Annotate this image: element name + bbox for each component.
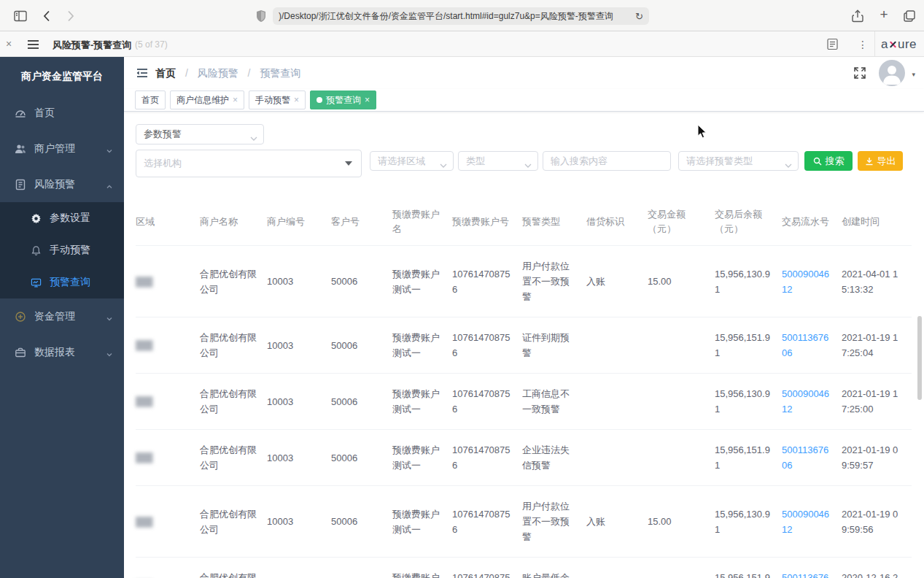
cell-balance: 15,956,130.91 [715,246,782,317]
breadcrumb-warning-query[interactable]: 预警查询 [260,67,300,79]
sidebar-item-label: 数据报表 [34,346,75,359]
tag-close-icon[interactable]: × [294,95,299,105]
sidebar-item-parameter-settings[interactable]: 参数设置 [0,202,124,234]
back-icon[interactable] [40,9,55,23]
cell-serial-no[interactable]: 50011367606 [782,430,842,486]
type-select[interactable]: 类型 [458,151,538,171]
table-row: ███合肥优创有限公司1000350006预缴费账户测试一10761470875… [136,374,912,430]
sidebar-item-risk-warning[interactable]: 风险预警 [0,166,124,202]
serial-no-link[interactable]: 50009004612 [782,509,829,535]
tag-manual-warning[interactable]: 手动预警 × [249,90,306,109]
sidebar-item-label: 资金管理 [34,310,75,323]
cell-prepay-account-name: 预缴费账户测试一 [392,374,452,430]
cell-debit-flag [586,430,648,486]
fullscreen-icon[interactable] [853,66,866,80]
cell-region: ███ [136,374,200,430]
cell-customer-no: 50006 [331,317,392,374]
chevron-down-icon [785,159,792,163]
cell-region: ███ [136,430,200,486]
coin-icon [15,311,26,323]
cell-prepay-account-name: 预缴费账户测试一 [392,317,452,374]
bell-icon [31,245,42,256]
search-input[interactable] [551,155,653,166]
serial-no-link[interactable]: 50011367606 [782,332,828,358]
forward-icon[interactable] [63,9,77,23]
notes-panel-icon[interactable] [826,38,839,50]
breadcrumb: 首页 / 风险预警 / 预警查询 [155,67,300,80]
gear-icon [31,213,42,224]
sidebar-item-manual-warning[interactable]: 手动预警 [0,234,124,266]
serial-no-link[interactable]: 50009004612 [782,388,829,415]
sidebar-item-reports[interactable]: 数据报表 [0,334,124,370]
breadcrumb-risk-warning[interactable]: 风险预警 [198,67,238,79]
sidebar-item-funds[interactable]: 资金管理 [0,298,124,334]
sidebar-item-label: 商户管理 [34,142,75,155]
document-icon [15,179,26,190]
tag-warning-query[interactable]: 预警查询 × [310,90,376,109]
sidebar-collapse-icon[interactable] [136,66,149,80]
cell-serial-no[interactable]: 50011367606 [782,558,842,578]
cell-serial-no[interactable]: 50009004612 [782,246,842,317]
axure-page-counter: (5 of 37) [135,39,168,50]
cell-created-at: 2021-01-19 17:25:00 [842,374,912,430]
sidebar-item-label: 参数设置 [50,212,90,225]
briefcase-icon [15,347,26,358]
chevron-down-icon [106,313,113,320]
region-redacted-text: ███ [136,452,152,463]
warning-mode-select[interactable]: 参数预警 [136,124,264,144]
avatar-caret-icon[interactable]: ▾ [912,71,915,78]
serial-no-link[interactable]: 50009004612 [782,269,829,295]
organization-select[interactable]: 选择机构 [136,150,362,177]
tag-close-icon[interactable]: × [365,95,370,105]
tag-close-icon[interactable]: × [233,95,238,105]
caret-down-icon [345,161,352,166]
avatar[interactable] [879,60,905,86]
close-icon[interactable]: × [6,38,12,50]
cell-serial-no[interactable]: 50009004612 [782,374,842,430]
browser-sidebar-icon[interactable] [13,9,28,23]
sidebar-item-label: 手动预警 [50,244,90,257]
sidebar-item-merchants[interactable]: 商户管理 [0,131,124,166]
new-tab-icon[interactable]: + [877,7,891,21]
cell-warning-type: 账户最低余额预警 [522,558,586,578]
reload-icon[interactable]: ↻ [635,11,643,22]
cell-amount: 15.00 [648,486,715,558]
serial-no-link[interactable]: 50011367606 [782,572,828,578]
chevron-down-icon [524,159,532,163]
tag-home[interactable]: 首页 [135,90,166,109]
chevron-down-icon [106,145,113,153]
tabs-overview-icon[interactable] [902,9,917,23]
col-serial-no: 交易流水号 [782,199,842,246]
breadcrumb-home[interactable]: 首页 [155,67,176,79]
cell-merchant-name: 合肥优创有限公司 [200,374,267,430]
mouse-cursor [697,124,707,139]
export-button[interactable]: 导出 [858,151,903,171]
divider [874,31,875,57]
content-navbar: 首页 / 风险预警 / 预警查询 ▾ [124,57,924,89]
col-prepay-account-no: 预缴费账户号 [452,199,522,246]
cell-debit-flag [586,374,648,430]
axure-menu-icon[interactable] [28,40,39,49]
cell-debit-flag: 入账 [586,558,648,578]
kebab-menu-icon[interactable]: ⋮ [858,39,868,50]
tag-merchant-info[interactable]: 商户信息维护 × [170,90,244,109]
cell-prepay-account-name: 预缴费账户测试一 [392,430,452,486]
col-region: 区域 [136,199,200,246]
warning-type-select[interactable]: 请选择预警类型 [678,151,799,171]
axure-x-icon [889,40,897,48]
search-button[interactable]: 搜索 [804,151,853,171]
scrollbar-thumb[interactable] [917,316,922,400]
sidebar-item-home[interactable]: 首页 [0,95,124,131]
privacy-shield-icon[interactable] [255,9,267,23]
serial-no-link[interactable]: 50011367606 [782,444,828,471]
cell-serial-no[interactable]: 50009004612 [782,486,842,558]
cell-serial-no[interactable]: 50011367606 [782,317,842,374]
region-select[interactable]: 请选择区域 [370,151,454,171]
sidebar-item-warning-query[interactable]: 预警查询 [0,266,124,298]
share-icon[interactable] [850,9,865,23]
sidebar-item-label: 预警查询 [50,276,90,289]
chevron-down-icon [250,132,257,136]
tags-view-bar: 首页 商户信息维护 × 手动预警 × 预警查询 × [124,89,924,112]
url-bar[interactable]: )/Desktop/浙江优创文件备份/资金监管平台/start.html#id=… [273,7,649,25]
cell-merchant-name: 合肥优创有限公司 [200,486,267,558]
